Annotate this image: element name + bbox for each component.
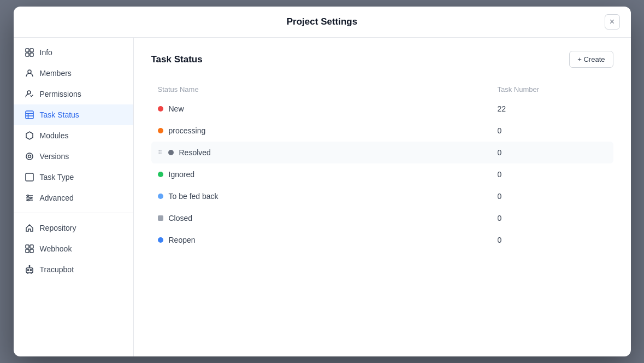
modal: Project Settings × Info (14, 7, 631, 356)
sidebar-item-task-type[interactable]: Task Type (14, 167, 133, 188)
status-name-header: Status Name (158, 85, 498, 93)
task-number-cell: 0 (498, 170, 607, 179)
table-row[interactable]: To be fed back0 (151, 185, 613, 207)
section-header: Task Status + Create (151, 51, 613, 68)
sidebar-item-tracupbot[interactable]: Tracupbot (14, 259, 133, 280)
status-name-label: processing (169, 126, 206, 135)
sidebar-item-webhook[interactable]: Webhook (14, 238, 133, 259)
sidebar-item-members[interactable]: Members (14, 63, 133, 84)
svg-rect-23 (30, 249, 33, 253)
svg-point-17 (27, 195, 28, 197)
sidebar-item-label: Members (40, 69, 72, 78)
modal-header: Project Settings × (14, 7, 631, 38)
sidebar-item-label: Webhook (40, 244, 72, 253)
svg-rect-6 (26, 111, 33, 119)
sidebar-item-task-status[interactable]: Task Status (14, 104, 133, 125)
webhook-icon (25, 244, 34, 254)
status-name-label: Reopen (169, 236, 196, 244)
modal-overlay: Project Settings × Info (0, 0, 644, 363)
svg-point-12 (28, 155, 31, 158)
status-name-cell: processing (158, 126, 498, 135)
sidebar-item-label: Modules (40, 131, 69, 140)
svg-rect-1 (30, 49, 33, 52)
status-name-cell: ⠿Resolved (158, 148, 498, 157)
svg-point-26 (30, 270, 31, 271)
home-icon (25, 223, 34, 233)
status-name-cell: To be fed back (158, 192, 498, 201)
table-body: New22processing0⠿Resolved0Ignored0To be … (151, 98, 613, 251)
status-name-cell: New (158, 104, 498, 113)
user-icon (25, 68, 34, 78)
task-number-cell: 0 (498, 148, 607, 157)
status-color-dot (158, 194, 163, 199)
task-number-cell: 22 (498, 104, 607, 113)
table-row[interactable]: processing0 (151, 120, 613, 142)
table-row[interactable]: ⠿Resolved0 (151, 142, 613, 163)
task-number-cell: 0 (498, 192, 607, 201)
sidebar-item-label: Info (40, 48, 52, 57)
task-number-cell: 0 (498, 126, 607, 135)
sidebar-item-label: Versions (40, 152, 69, 161)
status-name-cell: Reopen (158, 236, 498, 244)
table-row[interactable]: New22 (151, 98, 613, 120)
create-button[interactable]: + Create (569, 51, 613, 68)
table-header: Status Name Task Number (151, 81, 613, 98)
svg-point-28 (29, 266, 30, 267)
svg-rect-0 (26, 49, 29, 52)
sidebar: Info Members (14, 38, 134, 356)
svg-marker-10 (26, 132, 33, 139)
sidebar-item-permissions[interactable]: Permissions (14, 84, 133, 104)
status-name-cell: Ignored (158, 170, 498, 179)
sidebar-item-label: Advanced (40, 194, 74, 202)
sidebar-item-label: Repository (40, 224, 76, 232)
sidebar-item-label: Task Status (40, 110, 79, 119)
status-name-label: To be fed back (169, 192, 218, 201)
drag-handle-icon: ⠿ (158, 149, 162, 156)
svg-point-18 (29, 197, 31, 199)
sliders-icon (25, 193, 34, 203)
task-number-cell: 0 (498, 236, 607, 244)
sidebar-item-versions[interactable]: Versions (14, 146, 133, 167)
status-name-label: Closed (169, 214, 193, 223)
task-number-cell: 0 (498, 214, 607, 223)
table-row[interactable]: Reopen0 (151, 229, 613, 251)
sidebar-item-label: Permissions (40, 90, 81, 98)
svg-point-11 (26, 153, 33, 160)
status-name-label: New (169, 104, 184, 113)
hexagon-icon (25, 131, 34, 140)
svg-rect-22 (26, 249, 29, 253)
table-row[interactable]: Ignored0 (151, 163, 613, 185)
main-content: Task Status + Create Status Name Task Nu… (134, 38, 631, 356)
sidebar-item-info[interactable]: Info (14, 42, 133, 63)
table-icon (25, 110, 34, 120)
sidebar-item-advanced[interactable]: Advanced (14, 188, 133, 208)
status-color-dot (158, 237, 163, 243)
sidebar-item-modules[interactable]: Modules (14, 125, 133, 146)
grid-icon (25, 48, 34, 57)
sidebar-item-label: Tracupbot (40, 265, 74, 274)
modal-title: Project Settings (287, 16, 357, 27)
table-row[interactable]: Closed0 (151, 207, 613, 229)
versions-icon (25, 151, 34, 161)
task-number-header: Task Number (498, 85, 607, 93)
close-button[interactable]: × (605, 14, 620, 30)
status-name-cell: Closed (158, 214, 498, 223)
svg-point-25 (27, 270, 28, 271)
svg-rect-13 (26, 173, 33, 181)
bot-icon (25, 265, 34, 274)
svg-point-4 (28, 70, 31, 73)
status-color-dot (168, 150, 174, 155)
svg-rect-2 (26, 53, 29, 56)
sidebar-divider (14, 213, 133, 213)
user-check-icon (25, 89, 34, 99)
svg-rect-21 (30, 245, 33, 248)
svg-rect-3 (30, 53, 33, 56)
modal-body: Info Members (14, 38, 631, 356)
sidebar-item-label: Task Type (40, 173, 74, 182)
sidebar-item-repository[interactable]: Repository (14, 218, 133, 238)
status-color-dot (158, 128, 163, 133)
svg-point-19 (27, 200, 29, 201)
svg-rect-20 (26, 245, 29, 248)
svg-point-5 (27, 91, 31, 94)
status-color-dot (158, 215, 163, 221)
